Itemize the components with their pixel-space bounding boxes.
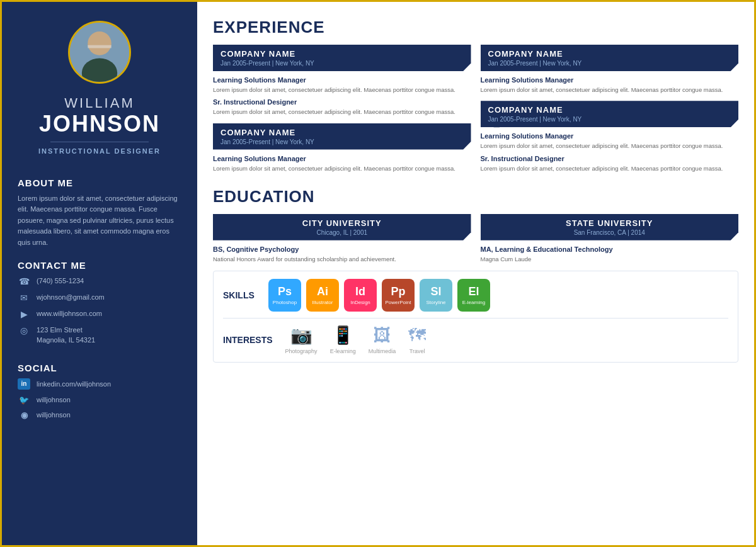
edu-degree-1: BS, Cognitive Psychology bbox=[213, 245, 471, 253]
edu-note-2: Magna Cum Laude bbox=[481, 255, 739, 263]
company-meta-2: Jan 2005-Present | New York, NY bbox=[220, 138, 464, 145]
job-role-3a: Learning Solutions Manager bbox=[481, 76, 739, 84]
ps-abbr: Ps bbox=[278, 285, 292, 298]
edu-degree-2: MA, Learning & Educational Technology bbox=[481, 245, 739, 253]
phone-text: (740) 555-1234 bbox=[37, 276, 84, 286]
svg-point-1 bbox=[88, 31, 112, 55]
company-banner-3: COMPANY NAME Jan 2005-Present | New York… bbox=[481, 45, 739, 71]
social-twitter: 🐦 willjohnson bbox=[18, 395, 181, 405]
skills-label: SKILLS bbox=[223, 290, 261, 300]
interest-elearning: 📱 E-learning bbox=[330, 325, 356, 354]
contact-website: ▶ www.willjohnson.com bbox=[18, 308, 181, 319]
job-title: INSTRUCTIONAL DESIGNER bbox=[18, 147, 181, 155]
company-name-1: COMPANY NAME bbox=[220, 49, 464, 59]
other-social-icon: ◉ bbox=[18, 410, 30, 420]
edu-banner-1: CITY UNIVERSITY Chicago, IL | 2001 bbox=[213, 214, 471, 240]
phone-icon: ☎ bbox=[18, 276, 30, 286]
website-text: www.willjohnson.com bbox=[37, 308, 102, 319]
edu-name-2: STATE UNIVERSITY bbox=[488, 218, 731, 228]
title-divider bbox=[50, 142, 149, 142]
watermark: www.freeresumetemplate.com bbox=[0, 538, 756, 544]
linkedin-icon: in bbox=[18, 378, 30, 390]
education-right-col: STATE UNIVERSITY San Francisco, CA | 201… bbox=[481, 214, 739, 263]
twitter-icon: 🐦 bbox=[18, 395, 30, 405]
elearning-text: E-learning bbox=[330, 348, 356, 354]
ps-label: Photoshop bbox=[273, 300, 297, 305]
contact-email: ✉ wjohnson@gmail.com bbox=[18, 292, 181, 303]
skills-row: SKILLS Ps Photoshop Ai Illustrator Id In… bbox=[223, 279, 728, 319]
photography-icon: 📷 bbox=[290, 325, 312, 346]
about-title: ABOUT ME bbox=[18, 178, 181, 188]
job-desc-4b: Lorem ipsum dolor sit amet, consectetuer… bbox=[481, 164, 739, 173]
other-social-text: willjohnson bbox=[37, 411, 71, 419]
experience-entry-3: COMPANY NAME Jan 2005-Present | New York… bbox=[481, 45, 739, 94]
interests-row: INTERESTS 📷 Photography 📱 E-learning 🖼 M… bbox=[223, 325, 728, 354]
name-section: WILLIAM JOHNSON INSTRUCTIONAL DESIGNER bbox=[18, 95, 181, 155]
experience-right-col: COMPANY NAME Jan 2005-Present | New York… bbox=[481, 45, 739, 179]
education-columns: CITY UNIVERSITY Chicago, IL | 2001 BS, C… bbox=[213, 214, 738, 263]
twitter-text: willjohnson bbox=[37, 396, 71, 403]
el-abbr: El bbox=[468, 285, 479, 298]
address-text: 123 Elm StreetMagnolia, IL 54321 bbox=[37, 325, 95, 346]
edu-name-1: CITY UNIVERSITY bbox=[220, 218, 464, 228]
edu-meta-1: Chicago, IL | 2001 bbox=[220, 229, 464, 236]
skill-photoshop: Ps Photoshop bbox=[268, 279, 301, 312]
interest-travel: 🗺 Travel bbox=[408, 325, 426, 354]
interest-multimedia: 🖼 Multimedia bbox=[369, 325, 396, 354]
company-banner-2: COMPANY NAME Jan 2005-Present | New York… bbox=[213, 123, 471, 150]
company-name-2: COMPANY NAME bbox=[220, 128, 464, 137]
job-desc-3a: Lorem ipsum dolor sit amet, consectetuer… bbox=[481, 86, 739, 94]
experience-entry-4: COMPANY NAME Jan 2005-Present | New York… bbox=[481, 101, 739, 173]
company-banner-4: COMPANY NAME Jan 2005-Present | New York… bbox=[481, 101, 739, 127]
bottom-bar: SKILLS Ps Photoshop Ai Illustrator Id In… bbox=[213, 271, 738, 363]
job-role-4b: Sr. Instructional Designer bbox=[481, 155, 739, 162]
experience-entry-1: COMPANY NAME Jan 2005-Present | New York… bbox=[213, 45, 471, 117]
pp-abbr: Pp bbox=[391, 285, 405, 298]
job-role-1a: Learning Solutions Manager bbox=[213, 76, 471, 84]
job-role-4a: Learning Solutions Manager bbox=[481, 132, 739, 140]
edu-banner-2: STATE UNIVERSITY San Francisco, CA | 201… bbox=[481, 214, 739, 240]
linkedin-text: linkedin.com/willjohnson bbox=[37, 380, 111, 388]
email-text: wjohnson@gmail.com bbox=[37, 292, 105, 303]
avatar bbox=[68, 21, 131, 84]
elearning-icon: 📱 bbox=[332, 325, 354, 346]
website-icon: ▶ bbox=[18, 309, 30, 319]
travel-text: Travel bbox=[410, 348, 425, 354]
education-left-col: CITY UNIVERSITY Chicago, IL | 2001 BS, C… bbox=[213, 214, 471, 263]
interest-photography: 📷 Photography bbox=[285, 325, 318, 354]
job-desc-1b: Lorem ipsum dolor sit amet, consectetuer… bbox=[213, 108, 471, 116]
pp-label: PowerPoint bbox=[386, 300, 411, 305]
company-banner-1: COMPANY NAME Jan 2005-Present | New York… bbox=[213, 45, 471, 71]
social-linkedin: in linkedin.com/willjohnson bbox=[18, 378, 181, 390]
skill-storyline: Sl Storyline bbox=[420, 279, 452, 312]
skill-illustrator: Ai Illustrator bbox=[306, 279, 339, 312]
social-title: SOCIAL bbox=[18, 363, 181, 373]
skill-powerpoint: Pp PowerPoint bbox=[382, 279, 415, 312]
avatar-wrapper bbox=[18, 21, 181, 84]
multimedia-icon: 🖼 bbox=[373, 325, 391, 346]
contact-title: CONTACT ME bbox=[18, 260, 181, 271]
ai-abbr: Ai bbox=[317, 285, 328, 298]
contact-address: ◎ 123 Elm StreetMagnolia, IL 54321 bbox=[18, 325, 181, 346]
address-icon: ◎ bbox=[18, 325, 30, 336]
sl-label: Storyline bbox=[426, 300, 445, 305]
experience-heading: EXPERIENCE bbox=[213, 18, 738, 37]
id-label: InDesign bbox=[350, 300, 370, 305]
edu-meta-2: San Francisco, CA | 2014 bbox=[488, 229, 731, 236]
email-icon: ✉ bbox=[18, 293, 30, 303]
multimedia-text: Multimedia bbox=[369, 348, 396, 354]
job-desc-4a: Lorem ipsum dolor sit amet, consectetuer… bbox=[481, 142, 739, 150]
photography-text: Photography bbox=[285, 348, 318, 354]
experience-entry-2: COMPANY NAME Jan 2005-Present | New York… bbox=[213, 123, 471, 173]
first-name: WILLIAM bbox=[18, 95, 181, 111]
edu-note-1: National Honors Award for outstanding sc… bbox=[213, 255, 471, 263]
svg-rect-3 bbox=[88, 45, 112, 48]
job-role-2a: Learning Solutions Manager bbox=[213, 155, 471, 162]
last-name: JOHNSON bbox=[18, 111, 181, 137]
skill-elearning: El E-learning bbox=[457, 279, 490, 312]
job-desc-2a: Lorem ipsum dolor sit amet, consectetuer… bbox=[213, 164, 471, 173]
company-meta-4: Jan 2005-Present | New York, NY bbox=[488, 116, 731, 123]
job-role-1b: Sr. Instructional Designer bbox=[213, 98, 471, 106]
company-meta-1: Jan 2005-Present | New York, NY bbox=[220, 60, 464, 67]
travel-icon: 🗺 bbox=[408, 325, 426, 346]
